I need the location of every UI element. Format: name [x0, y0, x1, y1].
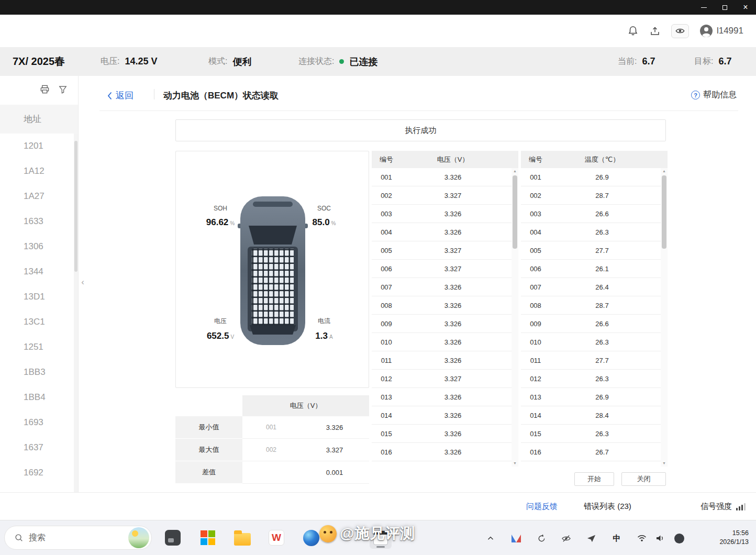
- voltage-scrollbar-thumb[interactable]: [513, 175, 517, 249]
- help-icon: ?: [691, 91, 700, 99]
- car-topview-image: [237, 195, 308, 347]
- error-list-link[interactable]: 错误列表 (23): [584, 493, 631, 520]
- back-button[interactable]: 返回: [107, 90, 134, 102]
- maximize-button[interactable]: [714, 0, 735, 15]
- sidebar-item-1693[interactable]: 1693: [0, 410, 78, 435]
- user-account[interactable]: l14991: [699, 24, 743, 38]
- summary-header: 电压（V）: [242, 395, 369, 416]
- content-separator: [99, 110, 738, 111]
- eye-slash-icon: [561, 534, 571, 543]
- notification-bell-icon[interactable]: [627, 25, 639, 37]
- taskbar-file-explorer[interactable]: [231, 527, 253, 549]
- app-footer-bar: 问题反馈 错误列表 (23) 信号强度: [0, 492, 756, 520]
- sidebar-item-1A27[interactable]: 1A27: [0, 184, 78, 209]
- tray-sync-app[interactable]: [531, 528, 551, 548]
- table-row: 01226.3: [521, 370, 668, 388]
- summary-min-value: 3.326: [300, 416, 369, 439]
- dark-circle-icon: [674, 534, 684, 543]
- sidebar-item-1692[interactable]: 1692: [0, 460, 78, 485]
- tray-privacy-app[interactable]: [556, 528, 576, 548]
- clock-time: 15:56: [719, 529, 749, 538]
- temp-col-value: 温度（℃）: [550, 155, 668, 164]
- wifi-button[interactable]: [632, 528, 652, 548]
- table-row: 0063.327: [372, 260, 518, 278]
- signal-bars-icon: [736, 503, 746, 510]
- temp-table-scrollbar[interactable]: ▲ ▼: [661, 168, 668, 467]
- tray-expand-button[interactable]: [481, 528, 501, 548]
- diagnostic-app-icon: [373, 530, 388, 545]
- sidebar-item-1633[interactable]: 1633: [0, 209, 78, 234]
- voltage-table-scrollbar[interactable]: ▲ ▼: [512, 168, 518, 467]
- filter-icon[interactable]: [58, 85, 68, 96]
- taskbar-wps[interactable]: W: [265, 527, 287, 549]
- table-row: 0073.326: [372, 278, 518, 296]
- taskbar-app-dark[interactable]: [162, 527, 184, 549]
- address-sidebar: 地址 12011A121A2716331306134413D113C112511…: [0, 76, 79, 492]
- signal-strength-label: 信号强度: [701, 493, 746, 520]
- close-button[interactable]: ×: [735, 0, 756, 15]
- scroll-up-icon[interactable]: ▲: [661, 168, 668, 174]
- start-button[interactable]: 开始: [574, 472, 614, 486]
- address-column-header: 地址: [0, 105, 78, 134]
- sidebar-item-1201[interactable]: 1201: [0, 134, 78, 159]
- username-label: l14991: [717, 26, 743, 36]
- temp-table-header: 编号 温度（℃）: [521, 151, 668, 168]
- sidebar-item-1BB4[interactable]: 1BB4: [0, 385, 78, 410]
- print-icon[interactable]: [40, 84, 50, 96]
- table-row: 01728.3: [521, 461, 668, 467]
- table-row: 00926.6: [521, 315, 668, 333]
- ime-indicator[interactable]: 中: [607, 528, 627, 548]
- voltage-value: 14.25 V: [125, 56, 157, 67]
- tray-misc-app[interactable]: [669, 528, 689, 548]
- target-value: 6.7: [718, 56, 731, 67]
- summary-min-no: 001: [242, 416, 300, 439]
- table-row: 0053.327: [372, 241, 518, 260]
- summary-min-label: 最小值: [175, 416, 242, 439]
- scroll-down-icon[interactable]: ▼: [661, 460, 668, 467]
- feedback-link[interactable]: 问题反馈: [526, 493, 558, 520]
- table-row: 0173.326: [372, 461, 518, 467]
- sidebar-item-13C1[interactable]: 13C1: [0, 309, 78, 335]
- paper-plane-icon: [586, 534, 596, 543]
- tray-telegram-app[interactable]: [581, 528, 601, 548]
- sidebar-item-13D1[interactable]: 13D1: [0, 284, 78, 309]
- upload-icon[interactable]: [649, 25, 661, 37]
- table-row: 0133.326: [372, 388, 518, 406]
- taskbar-active-app[interactable]: [370, 527, 392, 549]
- sidebar-item-1A12[interactable]: 1A12: [0, 159, 78, 184]
- temp-scrollbar-thumb[interactable]: [662, 175, 666, 249]
- sidebar-item-1BB3[interactable]: 1BB3: [0, 360, 78, 385]
- taskbar-search[interactable]: 搜索: [4, 526, 152, 550]
- sidebar-scrollbar[interactable]: [74, 134, 78, 492]
- table-row: 0153.326: [372, 425, 518, 443]
- minimize-button[interactable]: [693, 0, 714, 15]
- cell-voltage-table: 编号 电压（V） 0013.3260023.3270033.3260043.32…: [372, 151, 518, 467]
- summary-row-min: 最小值 001 3.326: [175, 416, 369, 439]
- taskbar-browser[interactable]: [300, 527, 322, 549]
- taskbar-app-msgrid[interactable]: [197, 527, 219, 549]
- close-panel-button[interactable]: 关闭: [621, 472, 666, 486]
- sidebar-item-1306[interactable]: 1306: [0, 234, 78, 259]
- temp-table-body: 00126.900228.700326.600426.300527.700626…: [521, 168, 668, 467]
- connection-status-dot: [339, 59, 344, 64]
- eye-icon: [675, 26, 685, 36]
- help-link[interactable]: ? 帮助信息: [691, 90, 737, 101]
- taskbar-clock[interactable]: 15:56 2026/1/13: [719, 529, 749, 547]
- sidebar-item-1344[interactable]: 1344: [0, 259, 78, 284]
- voltage-summary-table: 电压（V） 最小值 001 3.326 最大值 002 3.327 差值 0.0…: [175, 395, 369, 484]
- connection-value: 已连接: [349, 56, 377, 68]
- sidebar-item-1251[interactable]: 1251: [0, 335, 78, 360]
- pack-current-unit: A: [329, 334, 333, 340]
- table-row: 01127.7: [521, 351, 668, 370]
- scroll-up-icon[interactable]: ▲: [512, 168, 518, 174]
- scroll-down-icon[interactable]: ▼: [512, 460, 518, 467]
- summary-diff-value: 0.001: [300, 461, 369, 484]
- soc-value: 85.0: [313, 217, 330, 227]
- sidebar-scrollbar-thumb[interactable]: [74, 141, 77, 272]
- weather-widget-icon[interactable]: [128, 527, 149, 548]
- browser-icon: [303, 530, 319, 546]
- eye-toggle-button[interactable]: [671, 24, 689, 38]
- volume-button[interactable]: [650, 528, 670, 548]
- sidebar-item-1637[interactable]: 1637: [0, 435, 78, 460]
- tray-colored-app[interactable]: [506, 528, 526, 548]
